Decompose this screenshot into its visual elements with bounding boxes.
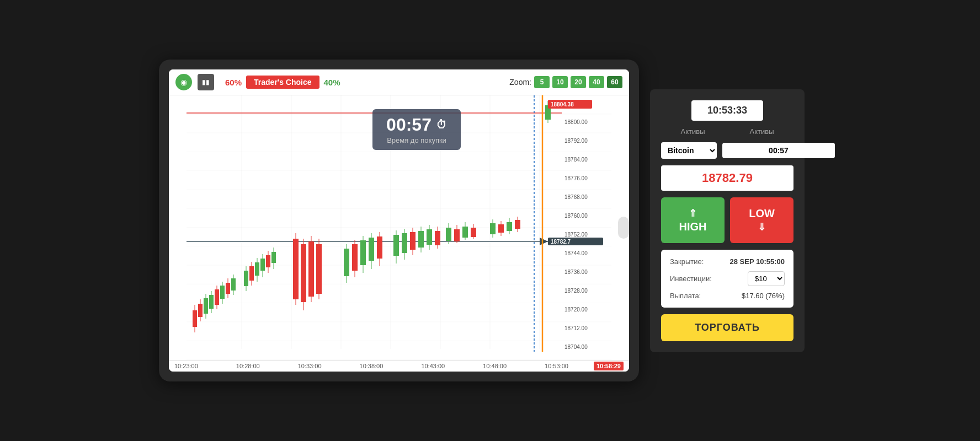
- svg-rect-84: [427, 229, 432, 245]
- countdown-overlay: 00:57 ⏱ Время до покупки: [372, 109, 461, 150]
- svg-rect-94: [471, 228, 476, 237]
- svg-rect-36: [209, 295, 214, 309]
- svg-rect-102: [515, 220, 520, 229]
- countdown-sub: Время до покупки: [384, 136, 450, 144]
- asset-row: Bitcoin Ethereum Gold EUR/USD: [661, 142, 793, 159]
- svg-text:18728.00: 18728.00: [564, 288, 588, 294]
- right-panel: 10:53:33 Активы Активы Bitcoin Ethereum …: [650, 89, 805, 352]
- svg-rect-80: [410, 232, 416, 250]
- svg-rect-48: [249, 266, 254, 281]
- pct-left: 60%: [225, 78, 242, 87]
- x-label-4: 10:38:00: [360, 363, 384, 369]
- svg-rect-52: [260, 259, 265, 271]
- btn-high[interactable]: ⇑ HIGH: [661, 197, 725, 243]
- svg-rect-44: [231, 278, 236, 291]
- payout-value: $17.60 (76%): [742, 292, 785, 300]
- zoom-5[interactable]: 5: [534, 76, 550, 88]
- traders-choice-container: 60% Trader's Choice 40%: [225, 76, 340, 89]
- svg-rect-66: [344, 249, 349, 276]
- svg-rect-96: [490, 223, 496, 234]
- svg-rect-100: [507, 222, 512, 231]
- svg-rect-60: [301, 244, 306, 302]
- clock-icon: ⏱: [436, 119, 447, 131]
- svg-rect-54: [266, 255, 270, 267]
- x-label-3: 10:33:00: [298, 363, 322, 369]
- svg-text:18744.00: 18744.00: [564, 250, 588, 256]
- svg-text:18736.00: 18736.00: [564, 269, 588, 275]
- svg-rect-92: [462, 227, 468, 238]
- zoom-20[interactable]: 20: [571, 76, 586, 88]
- chart-type-icon[interactable]: ▮▮: [198, 74, 214, 90]
- assets-label-right: Активы: [730, 127, 793, 136]
- time-display: 10:53:33: [691, 100, 763, 121]
- asset-select[interactable]: Bitcoin Ethereum Gold EUR/USD: [661, 142, 717, 159]
- svg-rect-86: [435, 231, 440, 245]
- chart-toolbar: ◉ ▮▮ 60% Trader's Choice 40% Zoom: 5 10 …: [169, 69, 629, 95]
- x-label-5: 10:43:00: [421, 363, 445, 369]
- scroll-indicator[interactable]: [618, 217, 629, 239]
- svg-rect-78: [402, 233, 407, 253]
- invest-label: Инвестиции:: [670, 275, 712, 283]
- svg-text:18720.00: 18720.00: [564, 306, 588, 313]
- svg-rect-68: [352, 244, 358, 271]
- svg-text:18704.00: 18704.00: [564, 344, 588, 350]
- svg-rect-58: [293, 239, 299, 299]
- svg-rect-32: [198, 304, 203, 317]
- svg-rect-34: [204, 298, 208, 314]
- x-label-2: 10:28:00: [236, 363, 260, 369]
- payout-label: Выплата:: [670, 292, 701, 300]
- x-axis-labels: 10:23:00 10:28:00 10:33:00 10:38:00 10:4…: [169, 363, 574, 369]
- svg-rect-46: [244, 271, 248, 286]
- arrows-up-icon: ⇑: [689, 207, 697, 219]
- traders-choice-badge: Trader's Choice: [246, 76, 319, 89]
- svg-text:18712.00: 18712.00: [564, 325, 588, 331]
- svg-rect-50: [255, 262, 259, 276]
- svg-rect-76: [393, 235, 399, 256]
- arrows-down-icon: ⇓: [758, 221, 766, 233]
- close-row: Закрытие: 28 SEP 10:55:00: [670, 257, 785, 266]
- invest-select[interactable]: $10 $25 $50 $100: [748, 271, 785, 286]
- btn-low[interactable]: LOW ⇓: [730, 197, 793, 243]
- asset-time-input[interactable]: [722, 143, 835, 158]
- svg-rect-74: [377, 236, 382, 259]
- close-label: Закрытие:: [670, 257, 704, 266]
- svg-rect-90: [454, 229, 460, 241]
- svg-rect-88: [446, 228, 451, 241]
- x-label-7: 10:53:00: [545, 363, 568, 369]
- svg-rect-56: [271, 252, 276, 263]
- svg-text:18760.00: 18760.00: [564, 213, 588, 219]
- svg-text:18752.00: 18752.00: [564, 232, 588, 238]
- svg-text:18768.00: 18768.00: [564, 194, 588, 200]
- svg-rect-72: [369, 238, 374, 261]
- svg-rect-30: [193, 310, 197, 327]
- assets-label-left: Активы: [661, 127, 725, 136]
- zoom-60[interactable]: 60: [607, 76, 622, 88]
- svg-text:18800.00: 18800.00: [564, 119, 588, 125]
- svg-text:18784.00: 18784.00: [564, 157, 588, 163]
- svg-rect-70: [360, 240, 366, 265]
- trade-button[interactable]: ТОРГОВАТЬ: [661, 314, 793, 341]
- pct-right: 40%: [324, 78, 340, 87]
- close-value: 28 SEP 10:55:00: [730, 257, 785, 266]
- svg-rect-38: [215, 289, 219, 305]
- svg-rect-98: [498, 224, 504, 233]
- tablet-frame: ◉ ▮▮ 60% Trader's Choice 40% Zoom: 5 10 …: [159, 60, 639, 381]
- svg-rect-62: [308, 241, 314, 297]
- zoom-40[interactable]: 40: [589, 76, 604, 88]
- svg-text:18776.00: 18776.00: [564, 175, 588, 181]
- svg-rect-40: [220, 286, 225, 299]
- assets-labels-row: Активы Активы: [661, 127, 793, 136]
- x-axis: 10:23:00 10:28:00 10:33:00 10:38:00 10:4…: [169, 360, 629, 372]
- info-block: Закрытие: 28 SEP 10:55:00 Инвестиции: $1…: [661, 250, 793, 308]
- live-icon[interactable]: ◉: [175, 74, 192, 90]
- tablet-screen: ◉ ▮▮ 60% Trader's Choice 40% Zoom: 5 10 …: [169, 69, 629, 372]
- x-time-highlight: 10:58:29: [594, 362, 624, 370]
- price-display: 18782.79: [661, 165, 793, 191]
- x-label-1: 10:23:00: [174, 363, 198, 369]
- countdown-time: 00:57 ⏱: [384, 115, 450, 135]
- x-label-6: 10:48:00: [483, 363, 507, 369]
- svg-text:18804.38: 18804.38: [551, 101, 574, 107]
- zoom-10[interactable]: 10: [552, 76, 568, 88]
- zoom-label: Zoom:: [509, 78, 531, 87]
- svg-rect-82: [418, 231, 424, 248]
